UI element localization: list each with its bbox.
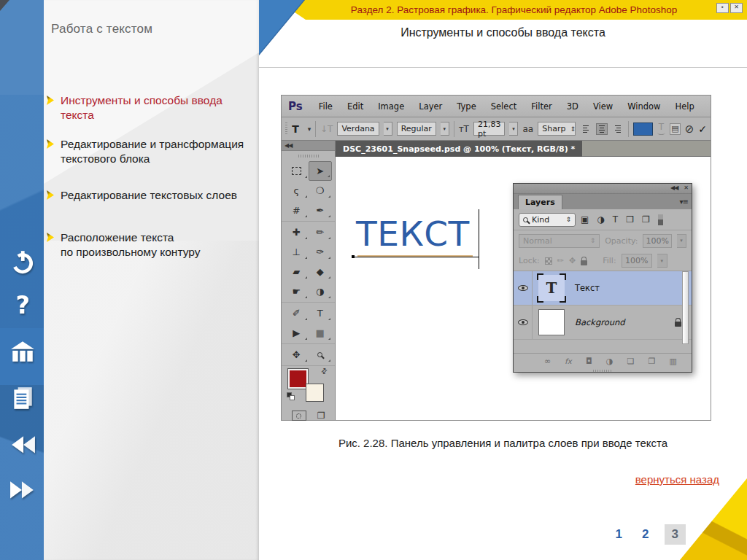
hand-icon: ✥ [293,349,301,360]
quick-selection-icon: ❍ [316,185,325,196]
text-color-swatch [633,122,653,136]
layers-filter-row: Kind ⇕ ▣ ◑ T ❒ ❐ [514,209,692,230]
tool-lasso: ς [285,181,309,201]
filter-type-icon: T [613,214,618,225]
healing-brush-icon: ✚ [293,227,301,238]
layers-footer-bar: ∞ fx ◘ ◑ ❏ ❐ ▥ [514,353,692,368]
tool-group: ✥ [282,344,335,366]
ps-menu-item: Edit [340,101,371,112]
ps-menu-item: Filter [524,101,559,112]
tool-group: ✐ T ▶ ■ [282,303,335,344]
background-color-swatch [306,384,324,402]
text-cursor [479,209,479,269]
filter-shape-icon: ❒ [626,214,634,225]
menu-panel-facet [44,241,259,560]
close-button[interactable]: ✕ [730,3,743,13]
tool-group: ➤ ς ❍ # ✒ [282,160,335,222]
menu-item-label: Расположение текста по произвольному кон… [61,230,200,260]
lock-all-icon [581,260,587,265]
filter-smart-object-icon: ❐ [642,214,650,225]
layer-row-text: T Текст [514,271,692,306]
panel-collapse-icon: ◀◀ [670,184,678,193]
path-selection-icon: ▶ [293,327,300,338]
panel-menu-icon: ▾≡ [680,198,688,206]
smudge-icon: ☛ [292,286,301,297]
menu-item-edit-transform[interactable]: Редактирование и трансформация текстовог… [47,137,251,166]
opacity-value: 100% [643,234,671,248]
spinner-icon: ⇕ [565,216,571,223]
lock-transparency-icon [545,257,552,265]
font-size-caret: ▾ [509,122,518,136]
options-separator [454,121,454,137]
menu-item-tools-input[interactable]: Инструменты и способы ввода текста [47,93,251,122]
ps-menu-item: Window [620,101,667,112]
help-button[interactable]: ? [9,290,36,318]
menu-item-text-on-path[interactable]: Расположение текста по произвольному кон… [47,230,251,260]
panel-close-icon: ✕ [684,184,688,193]
crop-icon: # [293,205,301,216]
back-button[interactable] [9,432,36,459]
question-icon: ? [9,290,36,318]
font-style-caret: ▾ [441,122,449,136]
background-lock-icon [675,322,681,327]
anti-alias-icon: aa [522,124,533,134]
clone-stamp-icon: ⊥ [293,246,301,257]
text-baseline [355,257,479,257]
lock-row: Lock: ✏ ✥ Fill: 100% ▾ [514,251,692,271]
warp-text-icon: T [657,122,665,136]
eyedropper-icon: ✒ [316,205,324,216]
bullet-arrow-icon [47,190,54,200]
layers-tab-row: Layers ▾≡ [514,194,692,209]
ps-menu-item: File [311,101,340,112]
lasso-icon: ς [293,185,299,196]
layer-name: Background [575,317,625,327]
delete-layer-icon: ▥ [670,357,677,366]
fill-label: Fill: [603,256,616,265]
font-size-field: 21,83 pt [473,122,506,136]
layer-mask-icon: ◘ [586,357,592,366]
lock-label: Lock: [519,256,540,265]
gold-corner-decor [680,478,747,560]
pen-icon: ✐ [293,308,301,319]
history-brush-icon: ✑ [316,246,324,257]
opacity-label: Opacity: [605,236,638,246]
eraser-icon: ▰ [293,266,300,277]
contents-button[interactable] [9,384,36,412]
forward-button[interactable] [9,477,36,505]
back-link[interactable]: вернуться назад [635,473,719,486]
filter-kind-label: Kind [532,215,549,225]
page-button-1[interactable]: 1 [611,524,627,545]
page-button-2[interactable]: 2 [638,524,653,545]
power-button[interactable] [9,248,36,276]
options-separator [315,121,316,137]
layer-list: T Текст Background [514,271,692,353]
layer-style-icon: fx [565,357,571,365]
eye-icon [518,285,528,291]
photoshop-logo: Ps [288,100,303,113]
text-layer-thumbnail: T [538,275,565,301]
search-icon [523,217,528,222]
svg-text:?: ? [15,291,30,318]
align-left-button [580,123,592,135]
canvas-typed-text: ТЕКСТ [356,214,470,254]
lock-pixels-icon: ✏ [557,256,564,265]
align-right-button [612,123,624,135]
zoom-icon [317,352,322,357]
layers-panel-titlebar: ◀◀ ✕ [514,184,692,194]
tool-smudge: ☛ [285,281,309,301]
ps-options-bar: T ▾ ↓T Verdana ▾ Regular ▾ тT 21,83 pt ▾… [282,117,711,141]
blend-mode-select: Normal ⇕ [519,234,600,248]
layer-name: Текст [575,283,600,293]
menu-item-edit-text-layers[interactable]: Редактирование текстовых слоев [47,188,251,203]
ps-menu-item: Type [449,101,483,112]
menu-item-label: Инструменты и способы ввода текста [61,93,222,122]
layers-panel: ◀◀ ✕ Layers ▾≡ Kind ⇕ ▣ ◑ T ❒ ❐ Nor [513,183,692,373]
minimize-button[interactable]: ▪ [716,3,729,13]
toolbox-extras: ❐ [282,405,335,426]
lock-position-icon: ✥ [569,256,576,265]
bullet-arrow-icon [47,139,54,149]
home-button[interactable] [9,338,36,365]
page-button-3[interactable]: 3 [665,524,686,545]
adjustment-layer-icon: ◑ [606,357,614,366]
paint-bucket-icon: ◆ [317,266,324,277]
